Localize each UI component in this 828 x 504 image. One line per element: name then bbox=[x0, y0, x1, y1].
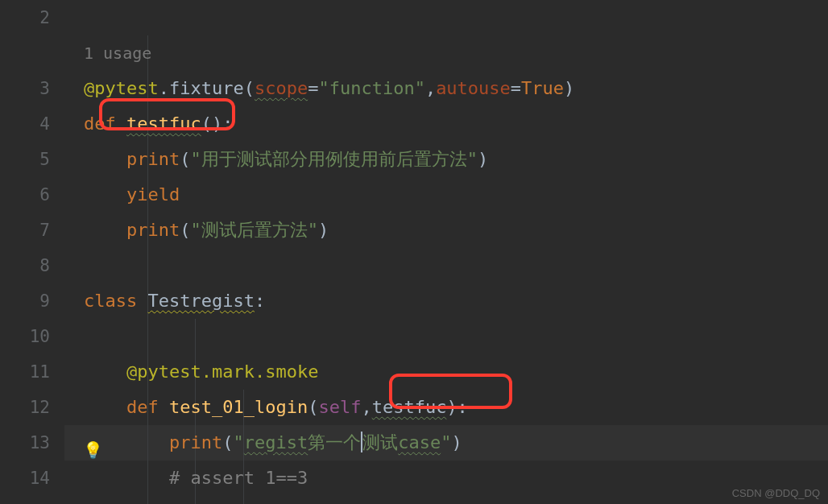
comment: # assert 1==3 bbox=[169, 468, 308, 488]
string: regist bbox=[244, 432, 308, 452]
bool: True bbox=[521, 78, 564, 98]
token: = bbox=[511, 78, 521, 98]
usage-hint[interactable]: 1 usage bbox=[84, 35, 828, 71]
code-line[interactable]: print("测试后置方法") bbox=[84, 213, 828, 248]
token: fixture bbox=[169, 78, 244, 98]
code-line[interactable]: @pytest.mark.smoke bbox=[84, 354, 828, 390]
gutter: 2 3 4 5 6 7 8 9 10 11 12 13 14 15 bbox=[0, 0, 64, 504]
code-area[interactable]: 1 usage @pytest.fixture(scope="function"… bbox=[64, 0, 828, 504]
code-line[interactable] bbox=[84, 248, 828, 283]
code-line[interactable]: class Testregist: bbox=[84, 283, 828, 319]
class-name: Testregist bbox=[147, 291, 254, 311]
code-line[interactable]: def test_01_login(self,testfuc): bbox=[84, 390, 828, 425]
line-number: 13 bbox=[0, 425, 50, 461]
function-name: test_01_login bbox=[169, 397, 308, 417]
string: 第一个 bbox=[308, 432, 361, 452]
line-number: 14 bbox=[0, 461, 50, 496]
line-number bbox=[0, 35, 50, 71]
line-number: 9 bbox=[0, 283, 50, 319]
line-number: 4 bbox=[0, 106, 50, 142]
param-name: scope bbox=[255, 78, 308, 98]
decorator: @pytest bbox=[84, 78, 159, 98]
self: self bbox=[318, 397, 361, 417]
code-editor[interactable]: 2 3 4 5 6 7 8 9 10 11 12 13 14 15 1 usag… bbox=[0, 0, 828, 504]
string: 测试 bbox=[362, 432, 398, 452]
line-number: 12 bbox=[0, 390, 50, 425]
token: , bbox=[425, 78, 436, 98]
decorator: @pytest.mark.smoke bbox=[126, 361, 318, 382]
string: "用于测试部分用例使用前后置方法" bbox=[190, 149, 478, 169]
token: (): bbox=[201, 114, 234, 134]
line-number: 10 bbox=[0, 319, 50, 354]
code-line[interactable]: print("regist第一个测试case") bbox=[84, 425, 828, 461]
code-line[interactable]: yield bbox=[84, 177, 828, 213]
code-line[interactable] bbox=[84, 319, 828, 354]
bulb-icon[interactable]: 💡 bbox=[83, 432, 103, 468]
string: " bbox=[233, 432, 243, 452]
line-number: 8 bbox=[0, 248, 50, 283]
token: ) bbox=[564, 78, 574, 98]
token: : bbox=[255, 291, 265, 311]
builtin: print bbox=[126, 220, 180, 240]
string: case bbox=[398, 432, 441, 452]
code-line[interactable]: print("用于测试部分用例使用前后置方法") bbox=[84, 142, 828, 177]
token: = bbox=[308, 78, 318, 98]
line-number: 6 bbox=[0, 177, 50, 213]
line-number: 7 bbox=[0, 213, 50, 248]
token: , bbox=[361, 397, 371, 417]
line-number: 15 bbox=[0, 496, 50, 504]
code-line[interactable] bbox=[84, 496, 828, 504]
line-number: 5 bbox=[0, 142, 50, 177]
code-line[interactable] bbox=[84, 0, 828, 35]
code-line[interactable]: def testfuc(): bbox=[84, 106, 828, 142]
token: ( bbox=[244, 78, 255, 98]
code-line[interactable]: # assert 1==3 bbox=[84, 461, 828, 496]
watermark: CSDN @DDQ_DQ bbox=[732, 487, 820, 499]
keyword: yield bbox=[126, 184, 180, 204]
param: testfuc bbox=[372, 397, 447, 417]
string: "测试后置方法" bbox=[190, 220, 318, 240]
builtin: print bbox=[126, 149, 180, 169]
line-number: 2 bbox=[0, 0, 50, 35]
string: "function" bbox=[318, 78, 424, 98]
keyword: def bbox=[84, 114, 116, 134]
token: ( bbox=[308, 397, 318, 417]
keyword: def bbox=[126, 397, 159, 417]
builtin: print bbox=[169, 432, 222, 452]
line-number: 11 bbox=[0, 354, 50, 390]
keyword: class bbox=[84, 291, 137, 311]
function-name: testfuc bbox=[126, 114, 201, 134]
param-name: autouse bbox=[436, 78, 511, 98]
code-line[interactable]: @pytest.fixture(scope="function",autouse… bbox=[84, 71, 828, 106]
line-number: 3 bbox=[0, 71, 50, 106]
token: . bbox=[159, 78, 169, 98]
token: ): bbox=[446, 397, 468, 417]
string: " bbox=[441, 432, 451, 452]
